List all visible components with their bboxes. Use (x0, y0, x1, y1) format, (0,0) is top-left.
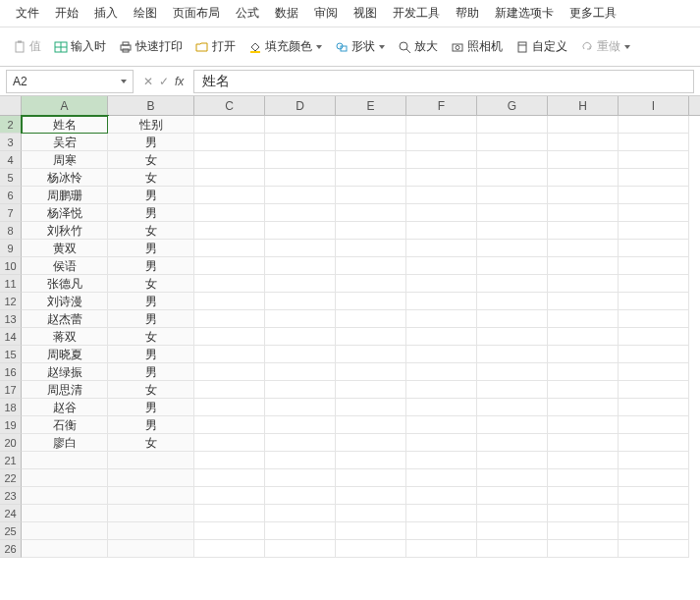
cell[interactable] (22, 540, 108, 558)
cell[interactable] (194, 505, 265, 522)
cell[interactable] (619, 469, 689, 487)
cell[interactable]: 吴宕 (22, 134, 108, 151)
cell[interactable] (477, 381, 548, 399)
cell[interactable] (619, 522, 689, 540)
redo-button[interactable]: 重做 (575, 36, 634, 57)
cell[interactable] (619, 452, 689, 469)
cell[interactable] (406, 257, 477, 275)
cell[interactable] (22, 469, 108, 487)
cell[interactable]: 男 (108, 204, 194, 222)
cell[interactable]: 性别 (108, 116, 194, 134)
cell[interactable] (194, 399, 265, 416)
cell[interactable] (194, 522, 265, 540)
cell[interactable] (108, 505, 194, 522)
cell[interactable] (619, 310, 689, 328)
cell[interactable] (619, 134, 689, 151)
cell[interactable] (194, 151, 265, 169)
cell[interactable] (406, 169, 477, 187)
cell[interactable] (336, 452, 406, 469)
cell[interactable]: 杨冰怜 (22, 169, 108, 187)
cell[interactable] (548, 134, 619, 151)
cell[interactable] (194, 187, 265, 204)
cell[interactable]: 女 (108, 275, 194, 293)
cancel-icon[interactable]: ✕ (143, 75, 153, 88)
cell[interactable] (22, 487, 108, 505)
cell[interactable] (619, 293, 689, 310)
cell[interactable] (406, 240, 477, 257)
cell[interactable] (336, 434, 406, 452)
cell[interactable] (265, 363, 336, 381)
cell[interactable] (619, 204, 689, 222)
cell[interactable] (265, 240, 336, 257)
cell[interactable] (477, 310, 548, 328)
cell[interactable] (22, 452, 108, 469)
cell[interactable] (548, 151, 619, 169)
cell[interactable] (548, 275, 619, 293)
cell[interactable]: 杨泽悦 (22, 204, 108, 222)
cell[interactable] (477, 275, 548, 293)
cell[interactable] (336, 293, 406, 310)
menu-item[interactable]: 公式 (228, 5, 267, 22)
cell[interactable] (336, 116, 406, 134)
cell[interactable]: 男 (108, 310, 194, 328)
cell[interactable] (619, 116, 689, 134)
cell[interactable] (548, 222, 619, 240)
cell[interactable] (194, 346, 265, 363)
cell[interactable] (336, 540, 406, 558)
row-header[interactable]: 16 (0, 363, 22, 381)
cell[interactable] (265, 187, 336, 204)
cell[interactable] (194, 204, 265, 222)
column-header[interactable]: I (619, 96, 689, 115)
cell[interactable] (548, 116, 619, 134)
menu-item[interactable]: 帮助 (448, 5, 487, 22)
cell[interactable]: 女 (108, 222, 194, 240)
cell[interactable] (406, 222, 477, 240)
cell[interactable] (336, 204, 406, 222)
fill-color-button[interactable]: 填充颜色 (243, 36, 326, 57)
cell[interactable]: 男 (108, 257, 194, 275)
cell[interactable] (265, 257, 336, 275)
cell[interactable] (265, 169, 336, 187)
row-header[interactable]: 20 (0, 434, 22, 452)
cell[interactable] (619, 505, 689, 522)
cell[interactable]: 侯语 (22, 257, 108, 275)
cell[interactable] (477, 293, 548, 310)
row-header[interactable]: 4 (0, 151, 22, 169)
cell[interactable] (336, 363, 406, 381)
column-header[interactable]: A (22, 96, 108, 115)
cell[interactable] (619, 487, 689, 505)
cell[interactable] (265, 116, 336, 134)
cell[interactable] (548, 204, 619, 222)
cell[interactable] (336, 416, 406, 434)
cell[interactable] (477, 434, 548, 452)
cell[interactable] (336, 487, 406, 505)
row-header[interactable]: 22 (0, 469, 22, 487)
cell[interactable] (265, 204, 336, 222)
cell[interactable] (406, 469, 477, 487)
cell[interactable] (265, 346, 336, 363)
column-header[interactable]: B (108, 96, 194, 115)
camera-button[interactable]: 照相机 (446, 36, 507, 57)
row-header[interactable]: 3 (0, 134, 22, 151)
menu-item[interactable]: 新建选项卡 (487, 5, 562, 22)
cell[interactable] (619, 187, 689, 204)
open-button[interactable]: 打开 (190, 36, 240, 57)
name-box[interactable]: A2 (6, 70, 134, 93)
cell[interactable] (406, 540, 477, 558)
cell[interactable] (265, 310, 336, 328)
cell[interactable] (194, 293, 265, 310)
cell[interactable] (406, 522, 477, 540)
cell[interactable] (108, 487, 194, 505)
cell[interactable] (265, 487, 336, 505)
row-header[interactable]: 6 (0, 187, 22, 204)
cell[interactable] (406, 381, 477, 399)
cell[interactable] (406, 434, 477, 452)
cell[interactable] (336, 469, 406, 487)
cell[interactable] (477, 187, 548, 204)
select-all-corner[interactable] (0, 96, 22, 115)
cell[interactable] (548, 487, 619, 505)
menu-item[interactable]: 更多工具 (562, 5, 624, 22)
menu-item[interactable]: 开发工具 (385, 5, 448, 22)
cell[interactable] (336, 399, 406, 416)
cell[interactable] (265, 293, 336, 310)
